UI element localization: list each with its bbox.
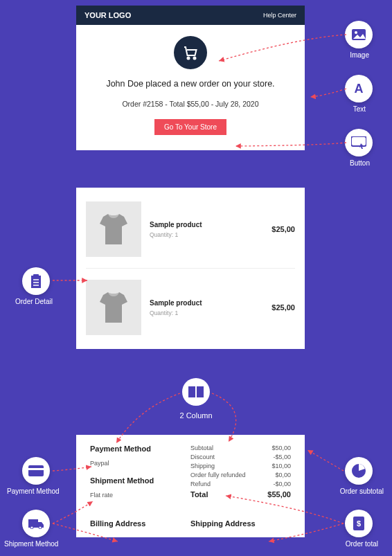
shipment-method-icon	[22, 510, 50, 537]
svg-point-1	[194, 57, 196, 60]
help-link[interactable]: Help Center	[263, 12, 296, 19]
product-name: Sample product	[150, 221, 271, 228]
svg-rect-9	[33, 274, 39, 277]
product-price: $25,00	[271, 303, 295, 312]
shipment-method-label: Shipment Method	[4, 540, 58, 548]
subtotal-row: Subtotal$50,00	[190, 445, 291, 451]
card-header: YOUR LOGO Help Center	[76, 6, 305, 25]
svg-text:A: A	[355, 82, 364, 96]
button-icon	[345, 129, 373, 156]
go-to-store-button[interactable]: Go To Your Store	[154, 119, 226, 135]
svg-rect-3	[197, 386, 204, 397]
refund-row: Refund-$0,00	[190, 481, 291, 487]
product-image	[86, 201, 141, 257]
total-row: Total$55,00	[190, 490, 291, 499]
payment-method-icon	[22, 457, 50, 485]
cart-icon	[174, 36, 207, 69]
product-row: Sample product Quantity: 1 $25,00	[86, 195, 295, 264]
image-icon	[345, 21, 373, 48]
order-totals-card: Payment Method Paypal Shipment Method Fl…	[76, 435, 305, 537]
two-column-indicator: 2 Column	[0, 378, 392, 420]
svg-rect-13	[28, 465, 44, 476]
shipment-method-title: Shipment Method	[90, 476, 190, 485]
payment-method-value: Paypal	[90, 460, 190, 467]
order-detail-label: Order Detail	[15, 298, 53, 305]
order-subtotal-label: Order subtotal	[340, 487, 384, 495]
payment-method-title: Payment Method	[90, 445, 190, 453]
svg-point-5	[355, 31, 357, 34]
product-quantity: Quantity: 1	[150, 231, 271, 238]
product-quantity: Quantity: 1	[150, 310, 271, 316]
button-label: Button	[350, 159, 370, 167]
image-label: Image	[350, 51, 369, 59]
product-price: $25,00	[271, 225, 295, 233]
svg-point-16	[30, 526, 33, 529]
logo-text: YOUR LOGO	[84, 11, 131, 19]
order-summary-line: Order #2158 - Total $55,00 - July 28, 20…	[86, 100, 295, 108]
order-subtotal-icon	[345, 457, 373, 485]
svg-rect-14	[28, 468, 44, 470]
text-icon: A	[345, 75, 373, 102]
product-image	[86, 280, 141, 335]
text-label: Text	[353, 105, 366, 113]
notification-card: YOUR LOGO Help Center John Doe placed a …	[76, 6, 305, 150]
order-detail-card: Sample product Quantity: 1 $25,00 Sample…	[76, 188, 305, 349]
columns-icon	[182, 378, 210, 406]
two-column-label: 2 Column	[0, 411, 392, 420]
billing-address-title: Billing Address	[90, 519, 190, 528]
product-name: Sample product	[150, 299, 271, 307]
refunded-row: Order fully refunded$0,00	[190, 472, 291, 478]
product-row: Sample product Quantity: 1 $25,00	[86, 268, 295, 342]
svg-rect-15	[28, 519, 38, 528]
order-total-icon: $	[345, 510, 373, 537]
svg-point-17	[39, 526, 42, 529]
order-detail-icon	[22, 267, 50, 295]
shipping-address-title: Shipping Address	[190, 519, 291, 528]
notification-message: John Doe placed a new order on your stor…	[86, 79, 295, 89]
shipment-method-value: Flat rate	[90, 492, 190, 499]
svg-point-0	[188, 57, 190, 60]
order-total-label: Order total	[346, 540, 378, 548]
payment-method-label: Payment Method	[7, 487, 60, 495]
svg-text:$: $	[357, 519, 361, 528]
svg-rect-7	[351, 136, 366, 146]
svg-rect-2	[188, 386, 195, 397]
svg-rect-8	[31, 276, 41, 288]
discount-row: Discount-$5,00	[190, 454, 291, 460]
shipping-row: Shipping$10,00	[190, 463, 291, 469]
